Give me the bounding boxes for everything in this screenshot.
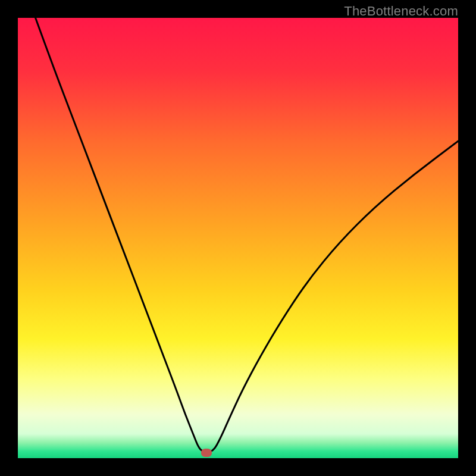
optimum-marker bbox=[201, 449, 212, 457]
watermark-text: TheBottleneck.com bbox=[344, 4, 458, 19]
chart-frame: TheBottleneck.com bbox=[0, 0, 476, 476]
gradient-rect bbox=[18, 18, 458, 458]
plot-area bbox=[18, 18, 458, 458]
gradient-background bbox=[18, 18, 458, 458]
